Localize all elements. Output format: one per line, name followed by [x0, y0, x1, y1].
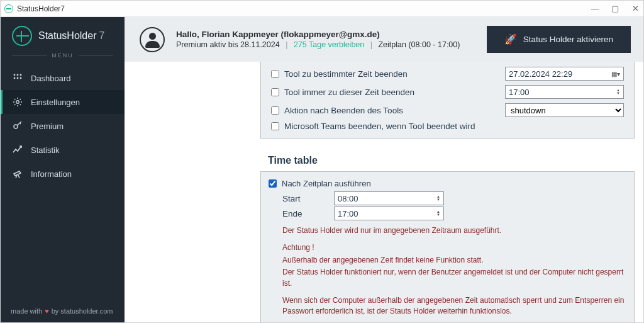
app-window: StatusHolder7 — ▢ ✕ StatusHolder7 MENU	[0, 0, 644, 323]
run-on-schedule-row: Nach Zeitplan ausführen	[269, 177, 626, 190]
window-controls: — ▢ ✕	[591, 4, 640, 13]
timetable-warning: Der Status Holder wird nur im angegebene…	[269, 225, 626, 317]
start-time-row: Start 08:00 ▲▼	[269, 191, 626, 205]
app-icon	[4, 4, 13, 13]
svg-point-0	[14, 74, 16, 76]
brand-text: StatusHolder7	[38, 30, 104, 42]
calendar-dropdown-icon[interactable]: ▦▾	[611, 71, 620, 77]
option-label: Aktion nach Beenden des Tools	[284, 106, 403, 115]
end-datetime-field[interactable]: 27.02.2024 22:29 ▦▾	[505, 67, 624, 81]
minimize-button[interactable]: —	[591, 4, 599, 13]
end-at-specific-time-row: Tool zu bestimmter Zeit beenden 27.02.20…	[265, 64, 630, 82]
close-teams-row: Microsoft Teams beenden, wenn Tool beend…	[265, 119, 630, 133]
activate-button[interactable]: 🚀 Status Holder aktivieren	[487, 26, 631, 53]
main-content: Hallo, Florian Kappmeyer (flokappmeyer@g…	[125, 17, 643, 322]
warning-line: Wenn sich der Computer außerhalb der ang…	[282, 295, 626, 317]
maximize-button[interactable]: ▢	[611, 4, 619, 13]
heart-icon: ♥	[45, 307, 49, 315]
nav-list: Dashboard Einstellungen Premium	[1, 66, 125, 186]
end-time-field[interactable]: 17:00 ▲▼	[505, 85, 624, 99]
sidebar-item-label: Dashboard	[31, 74, 71, 83]
footer-prefix: made with	[11, 307, 42, 315]
sidebar-item-statistik[interactable]: Statistik	[1, 138, 125, 162]
timetable-box: Nach Zeitplan ausführen Start 08:00 ▲▼ E…	[260, 171, 635, 322]
end-time-value: 17:00	[338, 209, 358, 218]
schedule-info: Zeitplan (08:00 - 17:00)	[378, 40, 460, 49]
days-remaining: 275 Tage verbleiben	[294, 40, 364, 49]
sidebar-item-premium[interactable]: Premium	[1, 114, 125, 138]
sidebar-item-settings[interactable]: Einstellungen	[1, 90, 125, 114]
option-label: Microsoft Teams beenden, wenn Tool beend…	[284, 122, 475, 131]
warning-heading: Achtung !	[282, 242, 626, 253]
timetable-title: Time table	[268, 155, 643, 166]
sidebar: StatusHolder7 MENU Dashboard	[1, 17, 125, 322]
sidebar-item-information[interactable]: Information	[1, 162, 125, 186]
menu-label: MENU	[52, 52, 74, 59]
start-label: Start	[282, 194, 321, 203]
rocket-icon: 🚀	[504, 33, 517, 45]
header-bar: Hallo, Florian Kappmeyer (flokappmeyer@g…	[125, 17, 643, 62]
end-at-specific-time-checkbox[interactable]	[271, 70, 279, 78]
action-after-end-row: Aktion nach Beenden des Tools shutdown	[265, 101, 630, 119]
svg-point-1	[17, 74, 19, 76]
gear-icon	[12, 96, 23, 108]
end-tool-settings-box: Tool zu bestimmter Zeit beenden 27.02.20…	[260, 62, 635, 139]
svg-point-5	[20, 77, 22, 79]
end-datetime-value: 27.02.2024 22:29	[509, 69, 572, 79]
brand-version: 7	[99, 30, 105, 41]
run-on-schedule-checkbox[interactable]	[269, 179, 277, 188]
end-time-value: 17:00	[509, 88, 530, 97]
svg-point-3	[14, 77, 16, 79]
sidebar-footer: made with ♥ by statusholder.com	[1, 301, 125, 322]
spinner-icon[interactable]: ▲▼	[436, 210, 440, 217]
telescope-icon	[12, 168, 23, 179]
end-time-field[interactable]: 17:00 ▲▼	[334, 207, 444, 220]
avatar-icon	[140, 27, 165, 52]
svg-point-7	[14, 125, 18, 128]
sidebar-item-label: Statistik	[31, 145, 60, 155]
end-label: Ende	[282, 209, 321, 218]
activate-label: Status Holder aktivieren	[523, 35, 613, 44]
start-time-value: 08:00	[338, 194, 358, 203]
spinner-icon[interactable]: ▲▼	[436, 195, 440, 201]
brand-logo: StatusHolder7	[1, 17, 125, 51]
close-teams-checkbox[interactable]	[271, 122, 279, 130]
action-after-end-checkbox[interactable]	[271, 106, 279, 115]
close-button[interactable]: ✕	[631, 4, 640, 13]
greeting-block: Hallo, Florian Kappmeyer (flokappmeyer@g…	[176, 30, 460, 49]
note-text: Der Status Holder wird nur im angegebene…	[282, 225, 626, 236]
footer-suffix: by statusholder.com	[52, 307, 113, 315]
pulse-icon	[12, 26, 32, 46]
sidebar-item-label: Premium	[31, 122, 64, 131]
chart-icon	[12, 144, 23, 156]
sidebar-item-label: Information	[31, 169, 72, 179]
grid-icon	[12, 72, 23, 84]
spinner-icon[interactable]: ▲▼	[616, 89, 620, 95]
end-always-at-time-row: Tool immer zu dieser Zeit beenden 17:00 …	[265, 82, 630, 101]
titlebar: StatusHolder7 — ▢ ✕	[1, 1, 643, 17]
brand-name: StatusHolder	[38, 30, 97, 41]
status-line: Premium aktiv bis 28.11.2024 | 275 Tage …	[176, 40, 460, 49]
menu-divider: MENU	[1, 51, 125, 62]
end-time-row: Ende 17:00 ▲▼	[269, 207, 626, 220]
greeting-text: Hallo, Florian Kappmeyer (flokappmeyer@g…	[176, 30, 460, 39]
sidebar-item-dashboard[interactable]: Dashboard	[1, 66, 125, 90]
premium-info: Premium aktiv bis 28.11.2024	[176, 40, 280, 49]
key-icon	[12, 120, 23, 132]
end-action-dropdown[interactable]: shutdown	[505, 103, 624, 117]
start-time-field[interactable]: 08:00 ▲▼	[334, 191, 444, 205]
option-label: Tool immer zu dieser Zeit beenden	[284, 88, 414, 97]
warning-line: Außerhalb der angegebenen Zeit findet ke…	[282, 255, 626, 266]
option-label: Tool zu bestimmter Zeit beenden	[284, 69, 408, 79]
svg-point-6	[16, 101, 19, 104]
run-on-schedule-label: Nach Zeitplan ausführen	[282, 179, 371, 188]
end-always-at-time-checkbox[interactable]	[271, 88, 279, 96]
warning-line: Der Status Holder funktioniert nur, wenn…	[282, 267, 626, 289]
content-area: Tool zu bestimmter Zeit beenden 27.02.20…	[125, 62, 643, 322]
svg-point-4	[17, 77, 19, 79]
window-title: StatusHolder7	[17, 4, 65, 13]
sidebar-item-label: Einstellungen	[31, 98, 80, 107]
svg-point-2	[20, 74, 22, 76]
